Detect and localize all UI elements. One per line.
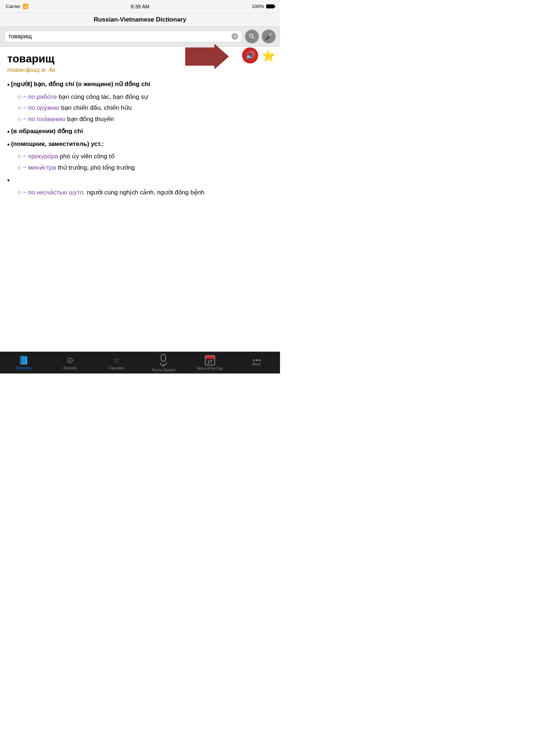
wifi-icon: 📶	[23, 4, 28, 9]
sub-bullet: ○	[18, 151, 21, 162]
search-button[interactable]	[245, 30, 259, 43]
search-input[interactable]	[8, 33, 232, 40]
sub-russian: ~ по несча́стью шутл.	[23, 189, 85, 196]
sub-viet: bạn cùng công tác, bạn đồng sự	[59, 93, 148, 100]
sub-bullet: ○	[18, 92, 21, 102]
recents-icon: ⊙	[67, 356, 73, 365]
carrier-label: Carrier	[6, 4, 20, 9]
wotd-calendar-icon: 27	[205, 355, 215, 365]
status-time: 8:39 AM	[131, 4, 149, 9]
tts-mic-base	[163, 365, 164, 367]
sub-item-3-2: ○ ~ мини́стра thứ trưởng, phó tổng trưởn…	[18, 163, 273, 173]
tts-mic-icon	[161, 354, 166, 362]
sub-item-1-2: ○ ~ по ору́жию bạn chiến đấu, chiến hữu	[18, 103, 273, 113]
microphone-icon: 🎤	[264, 32, 273, 41]
bullet-2: •	[7, 126, 9, 138]
main-content: товарищ тована́рищ м. 4а • [người] bạn, …	[0, 47, 280, 352]
star-icon: ⭐	[262, 49, 275, 62]
status-right: 100%	[252, 4, 274, 9]
def-text-3: (помощник, заместитель) уст.:	[11, 139, 104, 150]
audio-button[interactable]: 🔊	[242, 47, 258, 63]
clear-button[interactable]: ✕	[232, 33, 238, 40]
tab-wotd[interactable]: 27 Word of the Day	[187, 352, 233, 374]
sub-russian: ~ по рабо́те	[23, 93, 57, 100]
word-subtitle: тована́рищ м. 4а	[7, 66, 273, 73]
sub-russian: ~ прокуро́ра	[23, 153, 58, 160]
definition-item-4: •	[7, 175, 273, 186]
dot-2	[256, 359, 258, 361]
definition-section: • [người] bạn, đồng chí (о женщине) nữ đ…	[7, 79, 273, 198]
tab-more[interactable]: More	[233, 352, 280, 374]
tab-tts[interactable]: Text to Speech	[140, 352, 187, 374]
def-text-2: (в обращении) đồng chí	[11, 126, 83, 138]
speaker-icon: 🔊	[245, 51, 255, 60]
tts-mic-stand	[160, 363, 167, 365]
calendar-day: 27	[207, 359, 212, 365]
status-bar: Carrier 📶 8:39 AM 100%	[0, 0, 280, 13]
sub-item-3-1: ○ ~ прокуро́ра phó ủy viên công tố	[18, 151, 273, 162]
tts-icon-wrap	[160, 354, 167, 367]
bullet-1: •	[7, 79, 9, 90]
tab-recents[interactable]: ⊙ Recents	[47, 352, 93, 374]
nav-title: Russian-Vietnamese Dictionary	[0, 13, 280, 27]
sub-russian: ~ по ору́жию	[23, 104, 59, 111]
sub-viet: bạn đồng thuyền	[67, 116, 114, 123]
sub-viet: bạn chiến đấu, chiến hữu	[61, 104, 132, 111]
search-icon	[248, 33, 256, 40]
sub-russian: ~ мини́стра	[23, 164, 56, 171]
favorite-button[interactable]: ⭐	[260, 47, 276, 63]
tab-more-label: More	[253, 362, 261, 366]
sub-item-4-1: ○ ~ по несча́стью шутл. người cùng nghịc…	[18, 187, 273, 198]
favorites-icon: ☆	[113, 356, 120, 365]
definition-item-2: • (в обращении) đồng chí	[7, 126, 273, 138]
calendar-top	[206, 356, 214, 359]
search-bar: ✕ 🎤	[0, 27, 280, 47]
sub-russian: ~ по пла́ванию	[23, 116, 65, 123]
action-buttons: 🔊 ⭐	[242, 47, 276, 63]
word-title: товарищ	[7, 53, 273, 65]
arrow-indicator	[185, 44, 229, 69]
status-left: Carrier 📶	[6, 4, 28, 9]
def-text-1: [người] bạn, đồng chí (о женщине) nữ đồn…	[11, 79, 150, 90]
bullet-3: •	[7, 139, 9, 150]
sub-viet: phó ủy viên công tố	[60, 153, 114, 160]
dot-1	[253, 359, 255, 361]
sub-bullet: ○	[18, 114, 21, 125]
more-dots-icon	[253, 359, 261, 361]
tab-tts-label: Text to Speech	[151, 368, 175, 372]
sub-bullet: ○	[18, 103, 21, 113]
microphone-button[interactable]: 🎤	[262, 30, 276, 43]
tab-recents-label: Recents	[63, 366, 77, 370]
sub-bullet: ○	[18, 187, 21, 198]
tab-favorites-label: Favorites	[109, 366, 124, 370]
definition-item-3: • (помощник, заместитель) уст.:	[7, 139, 273, 150]
battery-icon	[266, 4, 274, 8]
tab-wotd-label: Word of the Day	[197, 367, 223, 371]
bullet-4: •	[7, 175, 9, 186]
tab-favorites[interactable]: ☆ Favorites	[93, 352, 140, 374]
svg-marker-0	[185, 44, 229, 69]
tab-dictionary[interactable]: 📘 Dictionary	[0, 352, 47, 374]
battery-label: 100%	[252, 4, 264, 9]
sub-viet: thứ trưởng, phó tổng trưởng	[58, 164, 135, 171]
search-input-wrap: ✕	[4, 31, 242, 42]
tab-bar: 📘 Dictionary ⊙ Recents ☆ Favorites Text …	[0, 352, 280, 374]
sub-bullet: ○	[18, 163, 21, 173]
sub-item-1-1: ○ ~ по рабо́те bạn cùng công tác, bạn đồ…	[18, 92, 273, 102]
dictionary-icon: 📘	[19, 356, 28, 365]
sub-viet: người cùng nghịch cảnh, người đồng bệnh	[87, 189, 205, 196]
dot-3	[259, 359, 261, 361]
sub-item-1-3: ○ ~ по пла́ванию bạn đồng thuyền	[18, 114, 273, 125]
definition-item-1: • [người] bạn, đồng chí (о женщине) nữ đ…	[7, 79, 273, 90]
tab-dictionary-label: Dictionary	[15, 366, 31, 370]
